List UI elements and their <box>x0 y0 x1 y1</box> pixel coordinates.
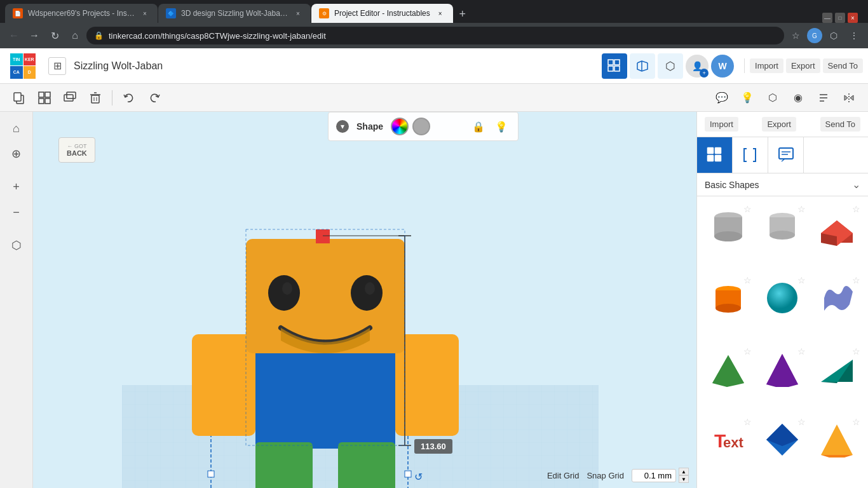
star-icon: ☆ <box>852 275 860 285</box>
view-3d-button[interactable] <box>602 53 627 79</box>
profile-button[interactable]: G <box>807 28 822 43</box>
new-tab-button[interactable]: + <box>454 5 471 23</box>
tab-1[interactable]: 📄 Wdspencer69's Projects - Instru... × <box>5 4 158 23</box>
color-multicolor[interactable] <box>391 118 409 135</box>
rs-tab-chat[interactable] <box>768 137 804 173</box>
grid-view-button[interactable]: ⊞ <box>48 57 66 75</box>
snap-decrement[interactable]: ▼ <box>679 475 689 483</box>
align-button[interactable] <box>812 86 835 109</box>
grid-controls: Edit Grid Snap Grid 0.1 mm ▲ ▼ <box>547 468 689 483</box>
bookmark-button[interactable]: ☆ <box>787 27 804 44</box>
color-hole[interactable] <box>412 118 430 135</box>
shape-selector[interactable]: Basic Shapes ⌄ <box>697 173 868 196</box>
svg-marker-84 <box>821 455 853 458</box>
rs-tab-bracket[interactable] <box>733 137 768 173</box>
svg-marker-76 <box>766 354 798 387</box>
tab-2[interactable]: 🔷 3D design Sizzling Wolt-Jaban ... × <box>158 4 311 23</box>
menu-button[interactable]: ⋮ <box>845 27 863 44</box>
sendto-button[interactable]: Send To <box>823 58 863 73</box>
svg-marker-83 <box>821 424 853 455</box>
visibility-icon[interactable]: 💡 <box>492 118 510 135</box>
shape-item-wedge-teal[interactable]: ☆ <box>811 344 863 412</box>
import-button[interactable]: Import <box>705 117 738 132</box>
fit-button[interactable]: ⊕ <box>5 142 28 165</box>
refresh-button[interactable]: ↻ <box>46 27 64 44</box>
zoom-out-button[interactable]: − <box>5 201 28 224</box>
svg-point-65 <box>770 231 795 240</box>
export-button[interactable]: Export <box>786 58 820 73</box>
snap-increment[interactable]: ▲ <box>679 468 689 475</box>
shape-item-pyramid-purple[interactable]: ☆ <box>757 344 809 412</box>
group-button[interactable] <box>33 86 56 109</box>
svg-rect-10 <box>64 95 73 101</box>
maximize-button[interactable]: □ <box>835 13 845 23</box>
light-button[interactable]: 💡 <box>736 86 759 109</box>
delete-button[interactable] <box>84 86 107 109</box>
shape-item-sphere-teal[interactable]: ☆ <box>757 273 809 341</box>
shape-item-diamond-blue[interactable]: ☆ <box>757 414 809 483</box>
close-button[interactable]: × <box>848 13 858 23</box>
tab-3[interactable]: ⚙ Project Editor - Instructables × <box>311 4 453 23</box>
ungroup-button[interactable] <box>58 86 81 109</box>
export-button[interactable]: Export <box>762 117 796 132</box>
shape-item-pyramid-green[interactable]: ☆ <box>702 344 754 412</box>
extensions-button[interactable]: ⬡ <box>825 27 843 44</box>
topbar: TIN KER CA D ⊞ Sizzling Wolt-Jaban <box>0 48 868 84</box>
sim-button[interactable]: ⬡ <box>658 53 683 79</box>
tab-1-title: Wdspencer69's Projects - Instru... <box>28 9 135 18</box>
rs-tab-grid[interactable] <box>697 137 733 173</box>
svg-rect-8 <box>39 98 44 104</box>
zoom-in-button[interactable]: + <box>5 175 28 198</box>
snap-input[interactable]: 0.1 mm <box>632 469 676 482</box>
star-icon: ☆ <box>797 275 806 285</box>
home-button[interactable]: ⌂ <box>66 27 84 44</box>
lock-icon[interactable]: 🔒 <box>470 118 487 135</box>
shape-item-box-red[interactable]: ☆ <box>811 201 863 270</box>
shape-item-cylinder-orange[interactable]: ☆ <box>702 273 754 341</box>
sendto-button[interactable]: Send To <box>820 117 860 132</box>
import-button[interactable]: Import <box>750 58 783 73</box>
shape-selector-chevron: ⌄ <box>852 179 860 191</box>
shape-item-text-red[interactable]: T ext ☆ <box>702 414 754 483</box>
back-label: ← GOT BACK <box>58 137 95 163</box>
shape-item-squiggle-blue[interactable]: ☆ <box>811 273 863 341</box>
main-area: ⌂ ⊕ + − ⬡ <box>0 112 868 488</box>
shape-item-cylinder-gray[interactable]: ☆ <box>702 201 754 270</box>
tab-1-close[interactable]: × <box>140 8 150 18</box>
solid-button[interactable]: ◉ <box>787 86 810 109</box>
shape-selector-label: Basic Shapes <box>705 180 759 190</box>
shape-cylinder-orange-svg <box>709 279 747 317</box>
shape-item-cylinder-gray2[interactable]: ☆ <box>757 201 809 270</box>
minimize-button[interactable]: — <box>822 13 832 23</box>
svg-rect-54 <box>715 147 721 154</box>
redo-button[interactable] <box>143 86 166 109</box>
undo-button[interactable] <box>118 86 140 109</box>
user-avatar[interactable]: W <box>711 55 734 78</box>
left-sidebar: ⌂ ⊕ + − ⬡ <box>0 112 33 488</box>
address-bar[interactable]: 🔒 tinkercad.com/things/casp8CTWjwe-sizzl… <box>86 27 784 44</box>
comment-button[interactable]: 💬 <box>710 86 733 109</box>
delete-icon <box>89 92 102 104</box>
svg-text:ext: ext <box>723 435 743 451</box>
back-button[interactable]: ← <box>5 27 23 44</box>
shape-button[interactable]: ⬡ <box>761 86 784 109</box>
star-icon: ☆ <box>743 204 752 214</box>
undo-icon <box>123 92 135 104</box>
perspective-button[interactable]: ⬡ <box>5 234 28 257</box>
shape-cylinder-gray-svg <box>709 208 747 246</box>
tab-2-close[interactable]: × <box>293 8 303 18</box>
chat-icon <box>777 146 795 164</box>
copy-button[interactable] <box>8 86 31 109</box>
mirror-button[interactable] <box>837 86 860 109</box>
edit-grid-label[interactable]: Edit Grid <box>547 471 580 480</box>
tab-3-close[interactable]: × <box>435 8 445 18</box>
shape-panel-dropdown[interactable]: ▾ <box>336 120 349 133</box>
home-button[interactable]: ⌂ <box>5 117 28 140</box>
snap-grid-label: Snap Grid <box>587 471 624 480</box>
forward-button[interactable]: → <box>25 27 43 44</box>
shape-cylinder-gray2-svg <box>763 208 801 246</box>
logo-cell-d: D <box>24 66 36 79</box>
codeblocks-button[interactable] <box>630 53 655 79</box>
shape-item-pyramid-yellow[interactable]: ☆ <box>811 414 863 483</box>
svg-point-72 <box>767 283 797 313</box>
